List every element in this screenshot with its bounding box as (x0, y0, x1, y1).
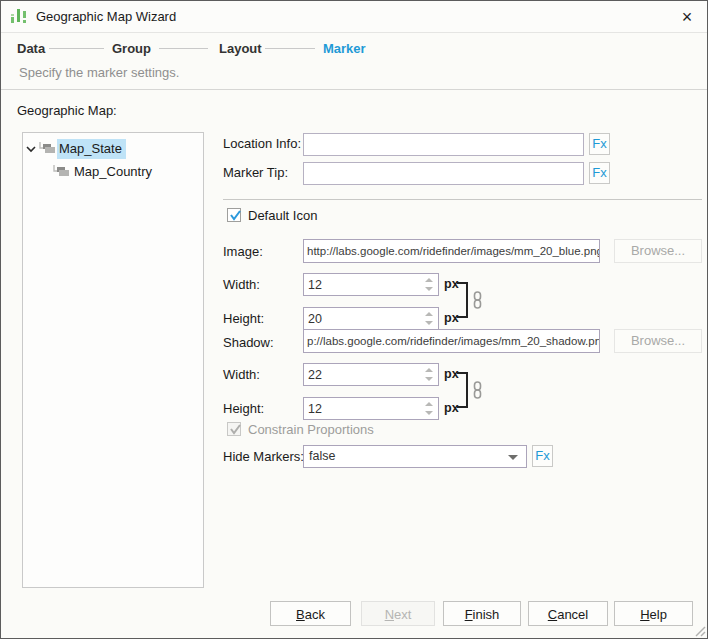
image-label: Image: (223, 244, 263, 259)
next-button: Next (361, 601, 435, 626)
default-icon-label: Default Icon (248, 208, 317, 223)
geographic-map-wizard-dialog: Geographic Map Wizard × Data Group Layou… (0, 0, 708, 639)
marker-tip-label: Marker Tip: (223, 165, 288, 180)
location-info-input[interactable] (303, 133, 584, 156)
image-width-label: Width: (223, 277, 260, 292)
tree-panel-label: Geographic Map: (17, 103, 117, 118)
link-icon (472, 381, 483, 399)
step-group[interactable]: Group (112, 41, 151, 56)
help-button[interactable]: Help (614, 601, 693, 626)
back-button[interactable]: Back (270, 601, 351, 626)
image-width-spinner[interactable] (303, 273, 439, 296)
hide-markers-fx-button[interactable]: Fx (532, 445, 553, 467)
spin-down-icon[interactable] (425, 411, 433, 415)
shadow-height-spinner[interactable] (303, 397, 439, 420)
constrain-proportions-label: Constrain Proportions (248, 422, 374, 437)
title-bar: Geographic Map Wizard × (1, 1, 707, 33)
image-width-input[interactable] (304, 274, 418, 295)
link-icon (472, 291, 483, 309)
step-marker[interactable]: Marker (323, 41, 366, 56)
image-height-input[interactable] (304, 308, 418, 329)
shadow-size-link-bracket (457, 372, 468, 408)
finish-button[interactable]: Finish (443, 601, 521, 626)
hide-markers-label: Hide Markers: (223, 449, 304, 464)
chevron-down-icon[interactable] (26, 144, 38, 154)
shadow-width-input[interactable] (304, 364, 418, 385)
spin-down-icon[interactable] (425, 377, 433, 381)
tree-item-map-state[interactable]: Map_State (23, 137, 203, 160)
wizard-logo-icon (10, 7, 30, 26)
window-title: Geographic Map Wizard (36, 9, 176, 24)
header-separator (1, 89, 707, 90)
shadow-url-field: p://labs.google.com/ridefinder/images/mm… (303, 329, 600, 353)
tree-item-label[interactable]: Map_State (57, 139, 126, 159)
chevron-down-icon (508, 455, 518, 460)
tree-item-map-country[interactable]: Map_Country (23, 160, 203, 183)
shadow-height-label: Height: (223, 401, 264, 416)
marker-tip-fx-button[interactable]: Fx (589, 162, 610, 184)
spin-up-icon[interactable] (425, 312, 433, 316)
cancel-button[interactable]: Cancel (528, 601, 608, 626)
step-data[interactable]: Data (17, 41, 45, 56)
section-separator (223, 199, 702, 200)
shadow-width-label: Width: (223, 367, 260, 382)
marker-tip-input[interactable] (303, 162, 584, 185)
spin-up-icon[interactable] (425, 368, 433, 372)
spin-up-icon[interactable] (425, 402, 433, 406)
constrain-proportions-checkbox (227, 422, 241, 436)
step-layout[interactable]: Layout (219, 41, 262, 56)
close-icon[interactable]: × (675, 5, 699, 29)
shadow-height-input[interactable] (304, 398, 418, 419)
default-icon-checkbox[interactable] (227, 208, 241, 222)
image-url-field: http://labs.google.com/ridefinder/images… (303, 239, 600, 263)
map-node-icon (52, 165, 70, 179)
wizard-subtitle: Specify the marker settings. (19, 65, 179, 80)
tree-item-label[interactable]: Map_Country (71, 164, 152, 179)
step-connector (159, 48, 208, 49)
map-node-icon (38, 142, 56, 156)
step-connector (265, 48, 315, 49)
resize-grip[interactable] (692, 623, 706, 637)
location-info-fx-button[interactable]: Fx (589, 133, 610, 155)
hide-markers-dropdown[interactable]: false (303, 445, 527, 468)
shadow-width-spinner[interactable] (303, 363, 439, 386)
geographic-map-tree: Map_State Map_Country (22, 132, 204, 588)
step-connector (49, 48, 104, 49)
location-info-label: Location Info: (223, 136, 301, 151)
hide-markers-value: false (309, 449, 335, 463)
spin-up-icon[interactable] (425, 278, 433, 282)
spin-down-icon[interactable] (425, 321, 433, 325)
spin-down-icon[interactable] (425, 287, 433, 291)
image-size-link-bracket (457, 282, 468, 318)
image-height-label: Height: (223, 311, 264, 326)
shadow-browse-button: Browse... (614, 329, 702, 353)
image-height-spinner[interactable] (303, 307, 439, 330)
image-browse-button: Browse... (614, 239, 702, 263)
shadow-label: Shadow: (223, 335, 274, 350)
